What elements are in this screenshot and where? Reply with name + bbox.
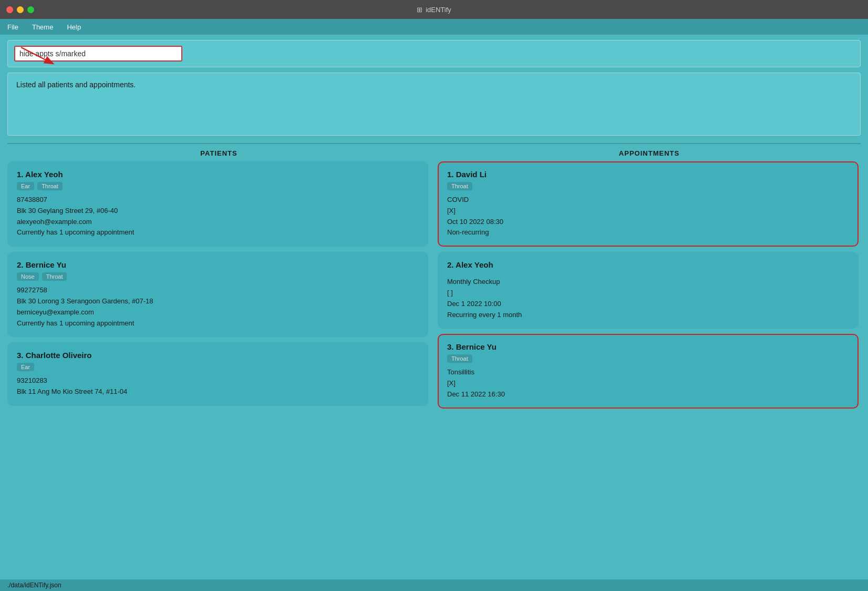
command-section xyxy=(7,40,861,67)
menu-bar: File Theme Help xyxy=(0,19,868,35)
appt-1-tags: Throat xyxy=(447,182,849,190)
output-text: Listed all patients and appointments. xyxy=(16,80,136,89)
patients-list: 1. Alex Yeoh Ear Throat 87438807 Blk 30 … xyxy=(7,161,430,465)
title-bar: ⊞ idENTify xyxy=(0,0,868,19)
tag-ear: Ear xyxy=(17,182,34,190)
footer: ./data/idENTify.json xyxy=(0,579,868,591)
patient-3-tags: Ear xyxy=(17,363,419,371)
patient-1-details: 87438807 Blk 30 Geylang Street 29, #06-4… xyxy=(17,195,419,238)
appt-1-name: 1. David Li xyxy=(447,170,849,179)
command-input[interactable] xyxy=(14,46,182,62)
appt-3-details: Tonsillitis [X] Dec 11 2022 16:30 xyxy=(447,367,849,400)
columns-area: PATIENTS 1. Alex Yeoh Ear Throat 8743880… xyxy=(7,149,861,465)
appointments-column-header: APPOINTMENTS xyxy=(438,149,861,157)
appt-2-details: Monthly Checkup [ ] Dec 1 2022 10:00 Rec… xyxy=(447,277,849,320)
patient-3-details: 93210283 Blk 11 Ang Mo Kio Street 74, #1… xyxy=(17,375,419,398)
app-icon: ⊞ xyxy=(417,6,422,14)
tag-throat-a3: Throat xyxy=(447,354,472,363)
tag-throat-a1: Throat xyxy=(447,182,472,190)
menu-help[interactable]: Help xyxy=(65,22,83,32)
appt-3-name: 3. Bernice Yu xyxy=(447,342,849,351)
appointment-card-3[interactable]: 3. Bernice Yu Throat Tonsillitis [X] Dec… xyxy=(438,334,859,408)
traffic-lights xyxy=(6,6,34,13)
appointment-card-1[interactable]: 1. David Li Throat COVID [X] Oct 10 2022… xyxy=(438,161,859,247)
appointment-card-2[interactable]: 2. Alex Yeoh Monthly Checkup [ ] Dec 1 2… xyxy=(438,252,859,329)
appt-1-details: COVID [X] Oct 10 2022 08:30 Non-recurrin… xyxy=(447,195,849,238)
minimize-button[interactable] xyxy=(17,6,24,13)
tag-nose: Nose xyxy=(17,272,39,281)
patient-card-3[interactable]: 3. Charlotte Oliveiro Ear 93210283 Blk 1… xyxy=(7,342,428,406)
patient-2-tags: Nose Throat xyxy=(17,272,419,281)
section-divider xyxy=(7,143,861,144)
patient-2-details: 99272758 Blk 30 Lorong 3 Serangoon Garde… xyxy=(17,285,419,329)
menu-theme[interactable]: Theme xyxy=(30,22,55,32)
menu-file[interactable]: File xyxy=(5,22,20,32)
maximize-button[interactable] xyxy=(27,6,34,13)
patient-3-name: 3. Charlotte Oliveiro xyxy=(17,351,419,360)
tag-throat: Throat xyxy=(37,182,63,190)
patient-1-name: 1. Alex Yeoh xyxy=(17,170,419,179)
patients-column-header: PATIENTS xyxy=(7,149,430,157)
app-title: ⊞ idENTify xyxy=(417,6,451,14)
close-button[interactable] xyxy=(6,6,13,13)
appointments-column: APPOINTMENTS 1. David Li Throat COVID [X… xyxy=(438,149,861,465)
tag-throat-2: Throat xyxy=(42,272,67,281)
patient-2-name: 2. Bernice Yu xyxy=(17,260,419,269)
patient-card-1[interactable]: 1. Alex Yeoh Ear Throat 87438807 Blk 30 … xyxy=(7,161,428,247)
footer-text: ./data/idENTify.json xyxy=(7,582,61,589)
appointments-list: 1. David Li Throat COVID [X] Oct 10 2022… xyxy=(438,161,861,465)
patient-card-2[interactable]: 2. Bernice Yu Nose Throat 99272758 Blk 3… xyxy=(7,252,428,337)
patient-1-tags: Ear Throat xyxy=(17,182,419,190)
appt-2-name: 2. Alex Yeoh xyxy=(447,260,849,269)
patients-column: PATIENTS 1. Alex Yeoh Ear Throat 8743880… xyxy=(7,149,430,465)
main-area: Listed all patients and appointments. PA… xyxy=(0,35,868,470)
output-area: Listed all patients and appointments. xyxy=(7,73,861,136)
tag-ear-3: Ear xyxy=(17,363,34,371)
appt-3-tags: Throat xyxy=(447,354,849,363)
